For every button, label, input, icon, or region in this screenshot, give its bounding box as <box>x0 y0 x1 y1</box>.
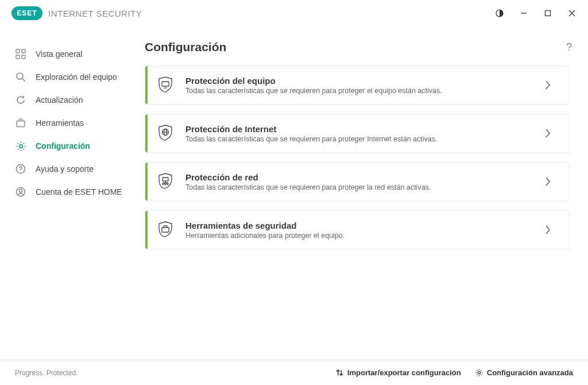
card-computer-protection[interactable]: Protección del equipo Todas las caracter… <box>145 66 570 105</box>
body: Vista general Exploración del equipo Act… <box>0 26 588 360</box>
chevron-right-icon <box>539 128 556 138</box>
card-body: Herramientas de seguridad Herramientas a… <box>185 221 539 240</box>
svg-point-18 <box>19 189 22 192</box>
main-header: Configuración ? <box>145 40 572 66</box>
sidebar-item-label: Ayuda y soporte <box>36 164 94 174</box>
card-internet-protection[interactable]: Protección de Internet Todas las caracte… <box>145 114 570 153</box>
sidebar-item-label: Exploración del equipo <box>36 72 117 82</box>
sidebar-item-account[interactable]: Cuenta de ESET HOME <box>0 180 134 203</box>
advanced-config-button[interactable]: Configuración avanzada <box>475 368 573 377</box>
svg-rect-7 <box>16 49 20 53</box>
sidebar-item-label: Cuenta de ESET HOME <box>36 187 122 197</box>
cards-container: Protección del equipo Todas las caracter… <box>145 66 572 360</box>
svg-point-11 <box>17 73 23 79</box>
sidebar-item-scan[interactable]: Exploración del equipo <box>0 66 134 88</box>
card-title: Herramientas de seguridad <box>185 221 539 230</box>
svg-point-33 <box>478 371 480 374</box>
person-icon <box>15 186 26 198</box>
contrast-button[interactable] <box>488 5 511 22</box>
question-icon <box>15 163 26 175</box>
shield-briefcase-icon <box>145 220 185 240</box>
chevron-right-icon <box>539 176 556 187</box>
sidebar-item-configuration[interactable]: Configuración <box>0 134 134 157</box>
svg-rect-9 <box>16 55 20 59</box>
help-button[interactable]: ? <box>566 41 572 53</box>
sidebar: Vista general Exploración del equipo Act… <box>0 26 134 360</box>
sidebar-item-tools[interactable]: Herramientas <box>0 111 134 134</box>
card-subtitle: Todas las características que se requier… <box>185 87 539 95</box>
svg-rect-8 <box>22 49 25 53</box>
maximize-button[interactable] <box>536 5 559 22</box>
gear-small-icon <box>475 368 483 377</box>
sidebar-item-label: Actualización <box>36 95 83 105</box>
footer-tagline: Progress. Protected. <box>15 369 78 377</box>
svg-rect-30 <box>162 228 169 232</box>
card-title: Protección de red <box>185 172 539 182</box>
svg-rect-19 <box>162 82 169 86</box>
sidebar-item-label: Herramientas <box>36 118 84 128</box>
status-stripe <box>145 211 148 249</box>
close-button[interactable] <box>560 5 583 22</box>
card-security-tools[interactable]: Herramientas de seguridad Herramientas a… <box>145 210 570 249</box>
svg-point-26 <box>165 183 167 185</box>
svg-text:ESET: ESET <box>17 9 37 17</box>
svg-rect-24 <box>163 178 168 181</box>
sidebar-item-label: Configuración <box>36 141 90 151</box>
svg-rect-10 <box>22 55 25 59</box>
card-subtitle: Todas las características que se requier… <box>185 183 539 191</box>
sidebar-item-update[interactable]: Actualización <box>0 88 134 111</box>
status-stripe <box>145 66 148 104</box>
main-panel: Configuración ? Protección del equipo To… <box>134 26 588 360</box>
footer-actions: Importar/exportar configuración Configur… <box>335 368 573 377</box>
svg-rect-4 <box>546 11 551 16</box>
brand-logo: ESET INTERNET SECURITY <box>11 6 142 20</box>
footer: Progress. Protected. Importar/exportar c… <box>0 360 588 385</box>
briefcase-icon <box>15 117 26 129</box>
card-body: Protección de Internet Todas las caracte… <box>185 124 539 143</box>
status-stripe <box>145 114 148 152</box>
sidebar-item-help[interactable]: Ayuda y soporte <box>0 157 134 180</box>
shield-globe-icon <box>145 124 185 143</box>
chevron-right-icon <box>539 225 556 235</box>
svg-rect-13 <box>17 121 25 127</box>
card-body: Protección del equipo Todas las caracter… <box>185 76 539 95</box>
eset-logo-icon: ESET <box>11 6 42 20</box>
card-title: Protección de Internet <box>185 124 539 134</box>
shield-network-icon <box>145 172 185 191</box>
chevron-right-icon <box>539 80 556 90</box>
titlebar: ESET INTERNET SECURITY <box>0 0 588 26</box>
svg-point-16 <box>20 171 21 171</box>
card-body: Protección de red Todas las característi… <box>185 172 539 191</box>
svg-line-12 <box>22 79 25 82</box>
sidebar-item-overview[interactable]: Vista general <box>0 43 134 66</box>
window-controls <box>488 5 583 22</box>
sidebar-item-label: Vista general <box>36 49 82 59</box>
minimize-button[interactable] <box>512 5 535 22</box>
svg-point-25 <box>163 183 164 185</box>
card-subtitle: Todas las características que se requier… <box>185 135 539 143</box>
page-title: Configuración <box>145 40 226 54</box>
shield-monitor-icon <box>145 75 185 95</box>
import-export-label: Importar/exportar configuración <box>347 368 461 377</box>
advanced-config-label: Configuración avanzada <box>487 368 573 377</box>
svg-point-27 <box>167 183 169 185</box>
app-window: ESET INTERNET SECURITY <box>0 0 588 385</box>
gear-icon <box>15 140 26 152</box>
svg-point-14 <box>19 144 22 148</box>
brand-text: INTERNET SECURITY <box>48 9 142 18</box>
import-export-icon <box>335 368 344 377</box>
card-network-protection[interactable]: Protección de red Todas las característi… <box>145 162 570 201</box>
card-title: Protección del equipo <box>185 76 539 86</box>
status-stripe <box>145 163 148 201</box>
grid-icon <box>15 48 26 60</box>
import-export-button[interactable]: Importar/exportar configuración <box>335 368 461 377</box>
refresh-icon <box>15 94 26 106</box>
search-icon <box>15 71 26 83</box>
card-subtitle: Herramientas adicionales para proteger e… <box>185 232 539 240</box>
